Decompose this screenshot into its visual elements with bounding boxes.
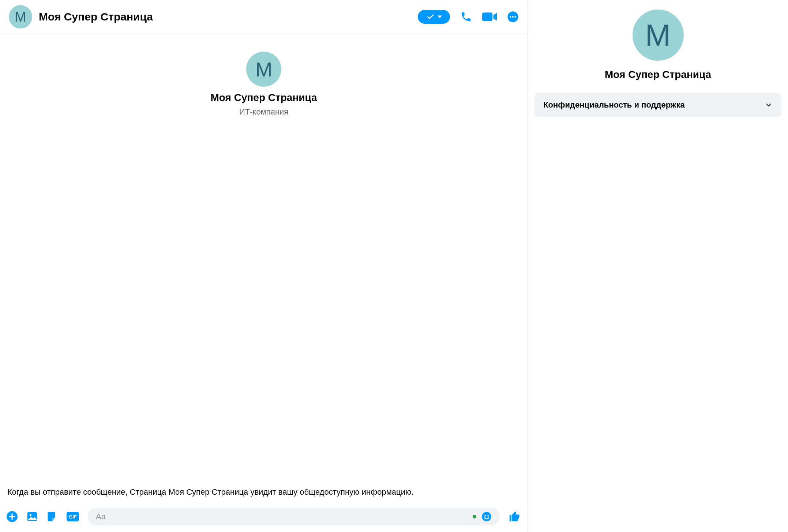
svg-point-7: [30, 514, 31, 516]
chat-body: М Моя Супер Страница ИТ-компания Когда в…: [0, 34, 528, 504]
chat-header: М Моя Супер Страница: [0, 0, 528, 34]
chat-column: М Моя Супер Страница: [0, 0, 528, 532]
svg-point-2: [510, 16, 511, 18]
sticker-button[interactable]: [47, 511, 58, 522]
active-status-dot: [473, 515, 476, 518]
voice-call-button[interactable]: [460, 11, 472, 23]
chevron-down-icon: [765, 101, 773, 109]
svg-point-10: [482, 512, 491, 521]
composer-actions: GIF: [7, 511, 79, 522]
privacy-support-accordion[interactable]: Конфиденциальность и поддержка: [534, 93, 781, 117]
avatar-initial: М: [645, 18, 671, 53]
chat-intro: М Моя Супер Страница ИТ-компания: [0, 34, 528, 117]
privacy-notice: Когда вы отправите сообщение, Страница М…: [0, 484, 528, 504]
chat-title[interactable]: Моя Супер Страница: [39, 11, 411, 23]
message-input-wrap[interactable]: [88, 508, 500, 525]
svg-point-4: [515, 16, 516, 18]
svg-point-11: [484, 515, 486, 517]
open-more-actions-button[interactable]: [7, 511, 18, 522]
composer: GIF: [0, 504, 528, 532]
accordion-label: Конфиденциальность и поддержка: [543, 100, 685, 110]
header-actions: [418, 10, 519, 24]
conversation-info-button[interactable]: [507, 11, 519, 23]
emoji-button[interactable]: [481, 512, 492, 522]
message-input[interactable]: [96, 512, 468, 521]
header-avatar[interactable]: М: [9, 5, 32, 29]
svg-point-3: [512, 16, 514, 18]
video-call-button[interactable]: [482, 11, 497, 22]
svg-point-12: [487, 515, 489, 517]
info-column: М Моя Супер Страница Конфиденциальность …: [528, 0, 788, 532]
info-name: Моя Супер Страница: [605, 69, 711, 80]
managed-messages-button[interactable]: [418, 10, 450, 24]
attach-image-button[interactable]: [26, 511, 38, 522]
intro-subtitle: ИТ-компания: [239, 107, 288, 117]
svg-rect-0: [482, 12, 492, 21]
intro-avatar: М: [246, 52, 281, 87]
avatar-initial: М: [15, 9, 26, 25]
info-avatar[interactable]: М: [633, 10, 684, 61]
intro-name: Моя Супер Страница: [210, 92, 317, 104]
check-icon: [426, 13, 435, 21]
gif-button[interactable]: GIF: [67, 512, 79, 522]
svg-text:GIF: GIF: [69, 514, 77, 520]
thumbs-up-button[interactable]: [509, 510, 521, 523]
caret-down-icon: [438, 15, 442, 19]
avatar-initial: М: [255, 57, 273, 81]
